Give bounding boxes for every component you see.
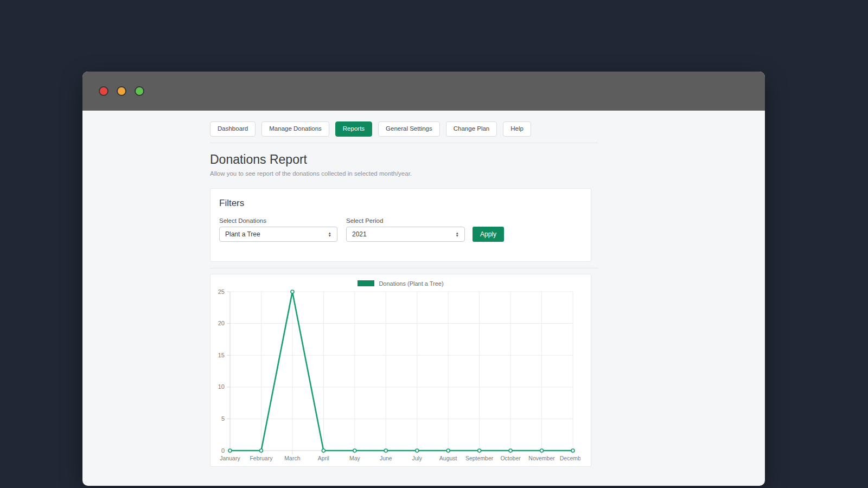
filters-card: Filters Select Donations Plant a Tree ▲▼… <box>210 188 591 262</box>
svg-text:June: June <box>380 455 392 461</box>
nav-tab-manage-donations[interactable]: Manage Donations <box>261 121 329 137</box>
select-period-label: Select Period <box>346 217 465 224</box>
svg-text:April: April <box>318 455 329 461</box>
nav-tab-reports[interactable]: Reports <box>335 121 372 137</box>
select-period-dropdown[interactable]: 2021 ▲▼ <box>346 227 465 242</box>
select-donations-label: Select Donations <box>219 217 337 224</box>
select-donations-field: Select Donations Plant a Tree ▲▼ <box>219 217 337 242</box>
desktop-background: Dashboard Manage Donations Reports Gener… <box>0 0 868 488</box>
chart-legend-swatch <box>358 280 374 286</box>
svg-text:December: December <box>560 455 580 461</box>
filters-form: Select Donations Plant a Tree ▲▼ Select … <box>219 217 582 242</box>
nav-divider <box>210 143 598 143</box>
svg-text:October: October <box>500 455 521 461</box>
svg-text:0: 0 <box>221 447 225 453</box>
svg-text:July: July <box>412 455 422 461</box>
donations-line-chart: 0510152025JanuaryFebruaryMarchAprilMayJu… <box>214 289 591 467</box>
svg-text:May: May <box>349 455 361 461</box>
svg-text:February: February <box>250 455 273 461</box>
svg-text:25: 25 <box>218 289 225 295</box>
svg-text:September: September <box>465 455 494 461</box>
content-column: Dashboard Manage Donations Reports Gener… <box>210 121 598 467</box>
zoom-window-button[interactable] <box>135 86 144 96</box>
select-period-field: Select Period 2021 ▲▼ <box>346 217 465 242</box>
nav-tabs: Dashboard Manage Donations Reports Gener… <box>210 121 598 137</box>
chart-card: Donations (Plant a Tree) 0510152025Janua… <box>210 274 591 467</box>
minimize-window-button[interactable] <box>117 86 126 96</box>
chart-legend: Donations (Plant a Tree) <box>210 279 591 288</box>
select-arrows-icon: ▲▼ <box>456 232 459 237</box>
svg-text:15: 15 <box>218 351 225 358</box>
nav-tab-help[interactable]: Help <box>503 121 531 137</box>
close-window-button[interactable] <box>99 86 108 96</box>
nav-tab-general-settings[interactable]: General Settings <box>378 121 440 137</box>
page-title: Donations Report <box>210 152 598 167</box>
select-donations-dropdown[interactable]: Plant a Tree ▲▼ <box>219 227 337 242</box>
select-period-value: 2021 <box>352 230 367 238</box>
svg-text:5: 5 <box>221 415 225 421</box>
apply-button[interactable]: Apply <box>473 227 504 242</box>
svg-text:November: November <box>528 455 555 461</box>
app-window: Dashboard Manage Donations Reports Gener… <box>82 72 765 486</box>
page-body: Dashboard Manage Donations Reports Gener… <box>82 111 765 467</box>
chart-legend-label: Donations (Plant a Tree) <box>379 280 443 287</box>
svg-text:January: January <box>220 455 240 461</box>
section-divider <box>210 268 598 268</box>
filters-heading: Filters <box>219 198 582 209</box>
svg-text:August: August <box>439 455 457 461</box>
window-titlebar <box>82 72 765 111</box>
svg-text:March: March <box>284 455 300 461</box>
nav-tab-dashboard[interactable]: Dashboard <box>210 121 256 137</box>
page-subtitle: Allow you to see report of the donations… <box>210 170 598 177</box>
select-donations-value: Plant a Tree <box>225 230 260 238</box>
svg-text:10: 10 <box>218 383 225 390</box>
select-arrows-icon: ▲▼ <box>328 232 331 237</box>
nav-tab-change-plan[interactable]: Change Plan <box>446 121 497 137</box>
svg-text:20: 20 <box>218 320 225 326</box>
